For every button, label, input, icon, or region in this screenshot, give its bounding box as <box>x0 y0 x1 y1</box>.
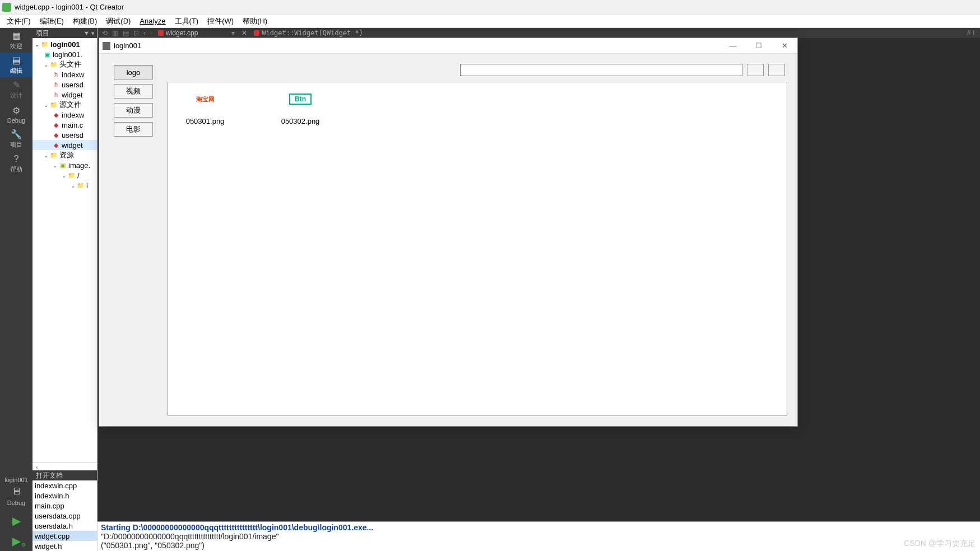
tree-prefix[interactable]: ⌄📁/ <box>32 170 97 180</box>
mode-welcome[interactable]: ▦ 欢迎 <box>0 28 32 53</box>
open-doc-item[interactable]: widget.h <box>32 541 97 551</box>
run-button[interactable]: ▶ <box>0 511 32 531</box>
file-name: 050302.png <box>281 117 320 125</box>
search-input[interactable] <box>460 64 742 76</box>
app-icon <box>103 42 110 50</box>
app-titlebar[interactable]: login001 — ☐ ✕ <box>99 38 797 54</box>
menu-help[interactable]: 帮助(H) <box>238 16 272 26</box>
tree-resources-folder[interactable]: ⌄📁资源 <box>32 150 97 160</box>
hash-icon[interactable]: # <box>967 29 971 37</box>
image-list[interactable]: 淘宝网 050301.png Btn 050302.png <box>168 82 787 416</box>
qt-file-icon: ▣ <box>43 50 52 58</box>
tree-header-file[interactable]: hwidget <box>32 90 97 100</box>
tree-cpp-file[interactable]: ◆indexw <box>32 110 97 120</box>
running-app-window: login001 — ☐ ✕ logo 视频 动漫 电影 淘宝网 050301.… <box>99 38 798 427</box>
cpp-file-icon: ◆ <box>52 111 61 119</box>
window-title: widget.cpp - login001 - Qt Creator <box>15 3 124 11</box>
bug-icon: ⚙ <box>12 105 20 116</box>
tree-qrc-file[interactable]: ⌄▣image. <box>32 160 97 170</box>
maximize-button[interactable]: ☐ <box>746 38 772 54</box>
project-tree: ⌄📁login001 ▣login001. ⌄📁头文件 hindexw huse… <box>32 38 97 463</box>
tree-root[interactable]: ⌄📁login001 <box>32 39 97 49</box>
grid-icon: ▦ <box>12 30 21 41</box>
history-forward-icon[interactable]: › <box>148 29 155 37</box>
line-indicator[interactable]: L <box>973 29 977 37</box>
tree-scroll-left[interactable]: ‹ <box>32 463 97 470</box>
kit-selector[interactable]: login001 🖥 Debug <box>0 472 32 511</box>
mode-design[interactable]: ✎ 设计 <box>0 77 32 102</box>
menu-debug[interactable]: 调试(D) <box>101 16 135 26</box>
editor-symbol-selector[interactable]: Widget::Widget(QWidget *) <box>250 29 366 37</box>
mode-projects[interactable]: 🔧 项目 <box>0 127 32 151</box>
open-doc-item[interactable]: indexwin.cpp <box>32 480 97 491</box>
folder-icon: 📁 <box>67 171 76 179</box>
project-icon: 📁 <box>40 40 49 48</box>
split-h-icon[interactable]: ▥ <box>110 29 120 37</box>
qrc-file-icon: ▣ <box>58 161 67 169</box>
tree-header-file[interactable]: hindexw <box>32 69 97 80</box>
folder-icon: 📁 <box>49 60 58 68</box>
thumbnail: 淘宝网 <box>183 83 227 115</box>
editor-toolbar: ⟲ ▥ ▤ ⊡ ‹ › widget.cpp ▾ ✕ Widget::Widge… <box>97 28 980 38</box>
tree-cpp-file[interactable]: ◆usersd <box>32 130 97 140</box>
monitor-icon: 🖥 <box>11 485 21 497</box>
anime-button[interactable]: 动漫 <box>114 103 153 118</box>
open-documents: indexwin.cpp indexwin.h main.cpp usersda… <box>32 480 97 551</box>
tree-headers-folder[interactable]: ⌄📁头文件 <box>32 59 97 69</box>
tree-image-folder[interactable]: ⌄📁i <box>32 180 97 190</box>
nav-back-icon[interactable]: ⟲ <box>100 29 110 37</box>
menu-file[interactable]: 文件(F) <box>2 16 35 26</box>
menu-edit[interactable]: 编辑(E) <box>35 16 68 26</box>
open-doc-item[interactable]: widget.cpp <box>32 531 97 541</box>
open-doc-item[interactable]: usersdata.cpp <box>32 511 97 521</box>
list-item[interactable]: Btn 050302.png <box>267 83 334 125</box>
close-button[interactable]: ✕ <box>772 38 797 54</box>
h-file-icon: h <box>52 91 61 99</box>
menu-build[interactable]: 构建(B) <box>68 16 101 26</box>
folder-icon: 📁 <box>49 151 58 159</box>
logo-button[interactable]: logo <box>114 65 153 80</box>
tree-pro-file[interactable]: ▣login001. <box>32 49 97 59</box>
wrench-icon: 🔧 <box>11 129 22 139</box>
console-line: ("050301.png", "050302.png") <box>101 541 977 550</box>
menu-analyze[interactable]: Analyze <box>135 17 170 25</box>
cpp-file-icon: ◆ <box>52 121 61 129</box>
list-item[interactable]: 淘宝网 050301.png <box>171 83 239 125</box>
tree-header-file[interactable]: husersd <box>32 80 97 90</box>
movie-button[interactable]: 电影 <box>114 122 153 137</box>
minimize-button[interactable]: — <box>720 38 746 54</box>
mode-selector: ▦ 欢迎 ▤ 编辑 ✎ 设计 ⚙ Debug 🔧 项目 ? 帮助 login00… <box>0 28 32 551</box>
mode-debug[interactable]: ⚙ Debug <box>0 102 32 127</box>
editor-tab-current[interactable]: widget.cpp ▾ <box>155 29 238 37</box>
app-title: login001 <box>114 41 141 50</box>
chevron-down-icon[interactable]: ▾ <box>231 29 235 37</box>
action-button-1[interactable] <box>747 64 764 76</box>
menu-widgets[interactable]: 控件(W) <box>203 16 238 26</box>
history-back-icon[interactable]: ‹ <box>141 29 148 37</box>
video-button[interactable]: 视频 <box>114 84 153 99</box>
tree-sources-folder[interactable]: ⌄📁源文件 <box>32 100 97 110</box>
menu-tools[interactable]: 工具(T) <box>170 16 203 26</box>
close-tab-icon[interactable]: ✕ <box>238 29 250 37</box>
mode-help[interactable]: ? 帮助 <box>0 151 32 176</box>
project-panel-header: 项目 ▼ ▾ <box>32 28 97 38</box>
close-split-icon[interactable]: ⊡ <box>131 29 141 37</box>
split-v-icon[interactable]: ▤ <box>120 29 131 37</box>
mode-edit[interactable]: ▤ 编辑 <box>0 53 32 77</box>
open-doc-item[interactable]: main.cpp <box>32 501 97 511</box>
category-sidebar: logo 视频 动漫 电影 <box>99 54 168 426</box>
watermark: CSDN @学习要充足 <box>904 539 976 549</box>
help-icon: ? <box>14 154 19 164</box>
cpp-file-icon: ◆ <box>52 131 61 139</box>
action-button-2[interactable] <box>768 64 785 76</box>
h-file-icon: h <box>52 81 61 88</box>
folder-icon: 📁 <box>49 101 58 109</box>
tree-cpp-file[interactable]: ◆widget <box>32 140 97 150</box>
filter-icon[interactable]: ▼ ▾ <box>83 30 95 37</box>
tree-cpp-file[interactable]: ◆main.c <box>32 120 97 130</box>
project-panel: 项目 ▼ ▾ ⌄📁login001 ▣login001. ⌄📁头文件 hinde… <box>32 28 97 551</box>
run-debug-button[interactable]: ▶⚙ <box>0 531 32 551</box>
open-doc-item[interactable]: indexwin.h <box>32 491 97 501</box>
open-doc-item[interactable]: usersdata.h <box>32 521 97 531</box>
qt-creator-icon <box>2 3 11 12</box>
